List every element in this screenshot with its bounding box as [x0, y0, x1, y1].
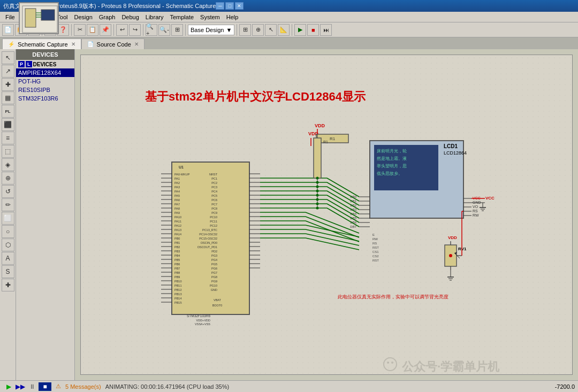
tool-ellipse[interactable]: ○	[2, 225, 14, 238]
tool-terminal[interactable]: ⬚	[2, 145, 14, 158]
svg-text:PA2: PA2	[174, 181, 180, 185]
svg-text:DB3: DB3	[350, 208, 356, 211]
schematic-canvas[interactable]: 基于stm32单片机中文汉字LCD12864显示 VDD R1 U1 PA0-W…	[80, 55, 573, 375]
svg-text:床前明月光，轮: 床前明月光，轮	[377, 149, 407, 153]
tb-cursor[interactable]: ↖	[265, 24, 277, 36]
svg-text:VBAT: VBAT	[214, 298, 222, 302]
tb-sep-4	[143, 24, 143, 36]
menu-system[interactable]: System	[197, 13, 223, 21]
tb-step[interactable]: ⏭	[320, 24, 332, 36]
schematic-area[interactable]: 基于stm32单片机中文汉字LCD12864显示 VDD R1 U1 PA0-W…	[75, 49, 578, 380]
tb-measure[interactable]: 📐	[278, 24, 290, 36]
tb-design-dropdown[interactable]: Base Design ▼	[188, 25, 234, 35]
tool-polygon[interactable]: ⬡	[2, 239, 14, 251]
maximize-button[interactable]: □	[225, 2, 234, 10]
tb-sep-3	[113, 24, 114, 36]
svg-text:VCC: VCC	[485, 196, 495, 201]
svg-text:PB0: PB0	[174, 237, 180, 240]
tool-rectangle[interactable]: ⬜	[2, 212, 14, 225]
comp-item-pot[interactable]: POT-HG	[16, 77, 74, 86]
svg-text:OSCIN_PD0: OSCIN_PD0	[201, 241, 217, 244]
tb-new[interactable]: 📄	[2, 24, 14, 36]
tab-source[interactable]: 📄 Source Code ✕	[81, 39, 144, 49]
tool-wire-label[interactable]: ▦	[2, 91, 14, 104]
menu-design[interactable]: Design	[71, 13, 96, 21]
svg-rect-216	[445, 245, 457, 266]
menu-debug[interactable]: Debug	[118, 13, 142, 21]
tool-subcircuit[interactable]: ≡	[2, 132, 14, 144]
tool-script[interactable]: PL	[2, 105, 14, 118]
svg-text:PB4: PB4	[174, 254, 180, 257]
tb-origin[interactable]: ⊕	[252, 24, 264, 36]
svg-text:STM32F103R6: STM32F103R6	[187, 314, 210, 318]
svg-rect-148	[314, 138, 321, 178]
svg-rect-161	[374, 145, 438, 190]
tb-zoom-in[interactable]: 🔍+	[146, 24, 157, 36]
svg-text:PA4: PA4	[174, 190, 180, 193]
tab-schematic-icon: ⚡	[8, 41, 14, 47]
svg-line-193	[306, 217, 359, 237]
tool-probe[interactable]: ✏	[2, 198, 14, 211]
svg-text:PB6: PB6	[174, 263, 180, 266]
tb-copy[interactable]: 📋	[87, 24, 98, 36]
tool-junction[interactable]: ✚	[2, 78, 14, 91]
cursor-position: -7200.0	[555, 383, 575, 390]
tb-sep-7	[292, 24, 292, 36]
svg-point-237	[316, 181, 319, 184]
svg-text:PC7: PC7	[211, 203, 217, 206]
menu-help[interactable]: Help	[223, 13, 242, 21]
tool-port[interactable]: ◈	[2, 158, 14, 171]
tab-schematic-close[interactable]: ✕	[71, 41, 75, 47]
tab-schematic[interactable]: ⚡ Schematic Capture ✕	[2, 39, 81, 49]
play-button[interactable]: ▶	[3, 382, 14, 391]
play-step-button[interactable]: ▶▶	[15, 382, 26, 391]
svg-line-190	[327, 204, 359, 222]
svg-text:公众号·学霸单片机: 公众号·学霸单片机	[401, 360, 500, 373]
p-badge[interactable]: P	[18, 61, 25, 67]
tool-power[interactable]: ⊕	[2, 172, 14, 185]
tb-paste[interactable]: 📌	[100, 24, 111, 36]
menu-file[interactable]: File	[2, 13, 18, 21]
svg-text:PG8: PG8	[211, 275, 217, 279]
svg-text:PC1: PC1	[211, 177, 217, 180]
tool-virtual-inst[interactable]: ↺	[2, 185, 14, 198]
menu-graph[interactable]: Graph	[96, 13, 119, 21]
l-badge[interactable]: L	[26, 61, 32, 67]
tool-symbols[interactable]: S	[2, 265, 14, 278]
stop-button[interactable]: ■	[39, 382, 51, 391]
comp-item-stm32[interactable]: STM32F103R6	[16, 94, 74, 103]
pause-button[interactable]: ⏸	[27, 382, 37, 391]
svg-text:PA12: PA12	[174, 224, 181, 227]
svg-text:PA11: PA11	[174, 220, 181, 223]
menu-template[interactable]: Template	[166, 13, 197, 21]
svg-marker-222	[454, 252, 457, 255]
tool-component[interactable]: ↗	[2, 65, 14, 78]
tb-redo[interactable]: ↪	[129, 24, 141, 36]
tool-markers[interactable]: ✚	[2, 279, 14, 291]
svg-point-240	[316, 194, 319, 197]
svg-text:PB11: PB11	[174, 284, 181, 287]
tb-run[interactable]: ▶	[294, 24, 306, 36]
menu-library[interactable]: Library	[142, 13, 167, 21]
tool-bus[interactable]: ⬛	[2, 118, 14, 131]
schematic-svg: 基于stm32单片机中文汉字LCD12864显示 VDD R1 U1 PA0-W…	[81, 55, 572, 374]
svg-line-186	[327, 187, 359, 205]
svg-point-235	[391, 362, 393, 364]
comp-item-ampire[interactable]: AMPIRE128X64	[16, 68, 74, 77]
tb-zoom-out[interactable]: 🔍-	[158, 24, 170, 36]
tb-zoom-fit[interactable]: ⊞	[171, 24, 183, 36]
tb-cut[interactable]: ✂	[74, 24, 86, 36]
tb-stop[interactable]: ■	[307, 24, 319, 36]
tool-select[interactable]: ↖	[2, 51, 14, 64]
tb-sep-5	[185, 24, 186, 36]
close-button[interactable]: ✕	[235, 2, 244, 10]
tool-text[interactable]: A	[2, 252, 14, 265]
tb-undo[interactable]: ↩	[116, 24, 128, 36]
window-controls[interactable]: ─ □ ✕	[216, 2, 244, 10]
tb-grid[interactable]: ⊞	[239, 24, 251, 36]
svg-text:VDD+VDD: VDD+VDD	[196, 319, 210, 322]
tab-source-close[interactable]: ✕	[134, 41, 139, 47]
minimize-button[interactable]: ─	[216, 2, 224, 10]
svg-text:基于stm32单片机中文汉字LCD12864显示: 基于stm32单片机中文汉字LCD12864显示	[145, 90, 366, 103]
comp-item-res[interactable]: RES10SIPB	[16, 86, 74, 94]
